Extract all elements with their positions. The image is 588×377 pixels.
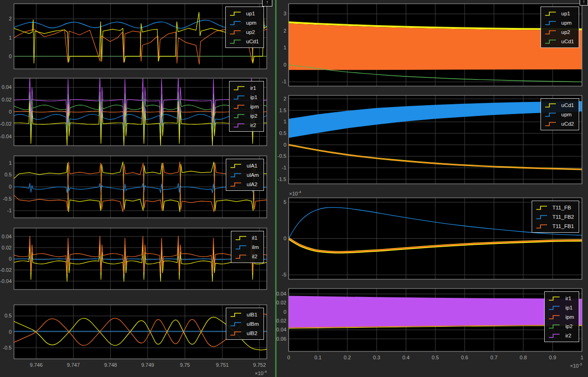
y-tick-label: 2 — [9, 16, 12, 21]
legend-label: T11_FB1 — [553, 223, 574, 229]
legend-item[interactable]: upm — [230, 19, 259, 27]
subplot-r2[interactable]: 21.510.50-0.5-1-1.5 — [277, 95, 582, 184]
legend-item[interactable]: ulAm — [230, 171, 259, 179]
y-tick-label: 0.02 — [277, 300, 286, 305]
legend-item[interactable]: ip1 — [233, 93, 259, 101]
legend-step-line-icon — [545, 20, 557, 26]
legend-step-line-icon — [536, 205, 548, 210]
legend-r4[interactable]: ir1ip1ipmip2ir2 — [544, 291, 579, 342]
legend-item[interactable]: T11_FB1 — [536, 222, 574, 230]
legend-item[interactable]: ulBm — [230, 320, 259, 328]
legend-item[interactable]: uCd1 — [230, 37, 259, 45]
legend-item[interactable]: ilm — [235, 243, 259, 251]
legend-step-line-icon — [230, 330, 242, 336]
x-tick-label: 0.6 — [461, 355, 468, 360]
subplot-r1[interactable]: 3210-1 — [282, 4, 582, 86]
axis-exponent-label: ×10-3 — [570, 362, 582, 369]
legend-label: T11_FB2 — [553, 214, 574, 220]
y-tick-label: -0.02 — [0, 267, 12, 273]
x-tick-label: 0.8 — [520, 355, 527, 360]
legend-label: ir1 — [565, 296, 571, 301]
legend-item[interactable]: upm — [545, 110, 574, 118]
right-scope-panel[interactable]: 3210-121.510.50-0.5-1-1.550-5×10-40.040.… — [277, 0, 588, 377]
legend-label: ir1 — [250, 85, 256, 91]
legend-label: ir2 — [565, 333, 571, 338]
legend-label: il1 — [252, 235, 257, 241]
y-tick-label: -0.02 — [0, 121, 12, 127]
legend-item[interactable]: T11_FB — [536, 203, 574, 211]
legend-r3[interactable]: T11_FBT11_FB2T11_FB1 — [532, 201, 579, 233]
legend-item[interactable]: ipm — [233, 102, 259, 110]
legend-item[interactable]: T11_FB2 — [536, 213, 574, 221]
x-tick-label: 9.749 — [141, 362, 154, 368]
legend-item[interactable]: ulA2 — [230, 180, 259, 188]
y-tick-label: 0 — [284, 62, 286, 67]
series-band-ir2 — [289, 296, 582, 328]
legend-l2[interactable]: ir1ip1ipmip2ir2 — [229, 81, 264, 132]
legend-item[interactable]: ulB2 — [230, 329, 259, 337]
subplot-l2[interactable]: 0.040.020-0.02-0.04 — [0, 77, 267, 146]
legend-step-line-icon — [235, 235, 247, 241]
legend-r2[interactable]: uCd1upmuCd2 — [541, 98, 580, 130]
y-tick-label: 0 — [9, 256, 12, 262]
y-tick-label: -0.04 — [0, 134, 12, 139]
legend-item[interactable]: ir1 — [548, 294, 574, 302]
subplot-l4[interactable]: 0.040.020-0.02-0.04 — [0, 228, 267, 289]
legend-item[interactable]: up1 — [230, 9, 259, 17]
legend-item[interactable]: ip2 — [233, 112, 259, 120]
legend-label: up2 — [246, 29, 255, 35]
x-tick-label: 0.7 — [490, 355, 497, 360]
legend-step-line-icon — [230, 11, 242, 16]
legend-item[interactable]: up2 — [230, 28, 259, 36]
y-tick-label: 1 — [284, 119, 286, 124]
legend-item[interactable]: ip1 — [548, 303, 574, 311]
y-tick-label: -1 — [282, 79, 286, 84]
legend-step-line-icon — [536, 223, 548, 229]
legend-l3[interactable]: ulA1ulAmulA2 — [226, 159, 264, 191]
legend-label: ir2 — [250, 122, 256, 128]
legend-item[interactable]: uCd2 — [545, 120, 574, 128]
legend-item[interactable]: up2 — [545, 28, 574, 36]
legend-item[interactable]: ir2 — [233, 121, 259, 129]
legend-l1[interactable]: up1upmup2uCd1 — [225, 7, 264, 48]
legend-item[interactable]: ir1 — [233, 84, 259, 92]
subplot-r4[interactable]: 0.040.020-0.02-0.04-0.0600.10.20.30.40.5… — [277, 289, 583, 369]
y-tick-label: 0 — [9, 329, 12, 335]
legend-label: ulAm — [247, 172, 259, 178]
y-tick-label: 1 — [9, 35, 12, 40]
y-tick-label: 0.5 — [5, 172, 12, 177]
legend-step-line-icon — [233, 122, 245, 128]
legend-label: upm — [561, 20, 572, 26]
y-tick-label: 0 — [284, 309, 286, 315]
legend-label: ip1 — [565, 305, 572, 310]
left-scope-panel[interactable]: 2100.040.020-0.02-0.0410.50-0.5-10.040.0… — [0, 0, 275, 377]
legend-item[interactable]: ip2 — [548, 322, 574, 330]
legend-item[interactable]: ipm — [548, 313, 574, 321]
legend-item[interactable]: up1 — [545, 9, 574, 17]
legend-item[interactable]: ir2 — [548, 331, 574, 339]
y-tick-label: 0.02 — [2, 97, 12, 102]
legend-item[interactable]: uCd1 — [545, 37, 574, 45]
legend-item[interactable]: il1 — [235, 234, 259, 242]
legend-item[interactable]: ulB1 — [230, 310, 259, 318]
legend-step-line-icon — [548, 323, 561, 329]
legend-step-line-icon — [548, 333, 561, 338]
legend-step-line-icon — [548, 314, 561, 320]
legend-item[interactable]: ulA1 — [230, 162, 259, 169]
legend-l4[interactable]: il1ilmil2 — [231, 231, 264, 263]
legend-step-line-icon — [230, 182, 242, 187]
y-tick-label: -0.02 — [277, 318, 286, 323]
scroll-up-button-left[interactable]: ↑ — [262, 0, 272, 7]
legend-step-line-icon — [545, 29, 557, 35]
scroll-up-button-right[interactable]: ↑ — [580, 0, 588, 6]
legend-item[interactable]: uCd1 — [545, 101, 574, 109]
legend-l5[interactable]: ulB1ulBmulB2 — [226, 308, 264, 340]
legend-r1[interactable]: up1upmup2uCd1 — [541, 7, 580, 48]
y-tick-label: 5 — [284, 199, 286, 205]
legend-item[interactable]: upm — [545, 19, 574, 27]
legend-item[interactable]: il2 — [235, 252, 259, 260]
y-tick-label: 0.5 — [279, 130, 286, 136]
y-tick-label: 2 — [284, 96, 286, 101]
x-tick-label: 0.5 — [432, 355, 439, 360]
legend-step-line-icon — [233, 94, 245, 100]
